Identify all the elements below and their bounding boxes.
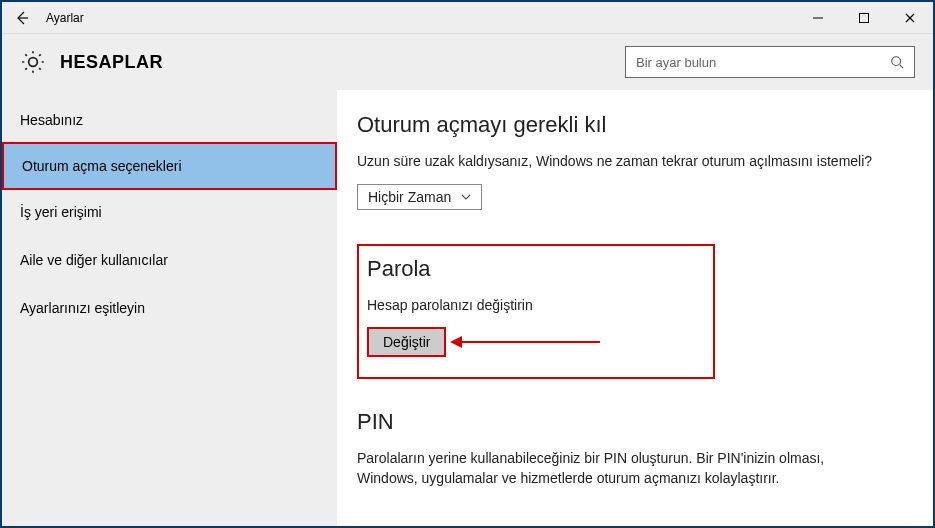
password-heading: Parola (367, 256, 695, 282)
back-button[interactable] (2, 2, 42, 34)
change-password-label: Değiştir (383, 334, 430, 350)
svg-point-1 (892, 57, 901, 66)
sidebar-item-label: Oturum açma seçenekleri (22, 158, 182, 174)
maximize-button[interactable] (841, 2, 887, 34)
page-title: HESAPLAR (60, 52, 163, 73)
minimize-button[interactable] (795, 2, 841, 34)
minimize-icon (812, 12, 824, 24)
sidebar-item-workplace-access[interactable]: İş yeri erişimi (2, 188, 337, 236)
header: HESAPLAR Bir ayar bulun (2, 34, 933, 90)
search-placeholder: Bir ayar bulun (636, 55, 716, 70)
sidebar-item-family-users[interactable]: Aile ve diğer kullanıcılar (2, 236, 337, 284)
require-signin-heading: Oturum açmayı gerekli kıl (357, 112, 905, 138)
require-signin-section: Oturum açmayı gerekli kıl Uzun süre uzak… (357, 112, 905, 210)
content: Oturum açmayı gerekli kıl Uzun süre uzak… (337, 90, 933, 526)
password-section: Parola Hesap parolanızı değiştirin Değiş… (357, 244, 715, 380)
sidebar-item-label: İş yeri erişimi (20, 204, 102, 220)
sidebar: Hesabınız Oturum açma seçenekleri İş yer… (2, 90, 337, 526)
dropdown-value: Hiçbir Zaman (368, 189, 451, 205)
sidebar-item-label: Aile ve diğer kullanıcılar (20, 252, 168, 268)
svg-rect-0 (860, 13, 869, 22)
pin-section: PIN Parolaların yerine kullanabileceğini… (357, 409, 905, 488)
titlebar: Ayarlar (2, 2, 933, 34)
pin-heading: PIN (357, 409, 905, 435)
search-input[interactable]: Bir ayar bulun (625, 46, 915, 78)
annotation-arrow (460, 341, 600, 343)
close-icon (904, 12, 916, 24)
body: Hesabınız Oturum açma seçenekleri İş yer… (2, 90, 933, 526)
window-title: Ayarlar (46, 11, 84, 25)
sidebar-item-label: Hesabınız (20, 112, 83, 128)
sidebar-item-label: Ayarlarınızı eşitleyin (20, 300, 145, 316)
require-signin-description: Uzun süre uzak kaldıysanız, Windows ne z… (357, 152, 905, 172)
arrow-left-icon (14, 10, 30, 26)
sidebar-item-account[interactable]: Hesabınız (2, 96, 337, 144)
change-password-button[interactable]: Değiştir (367, 327, 446, 357)
search-icon (890, 55, 904, 69)
pin-description: Parolaların yerine kullanabileceğiniz bi… (357, 449, 877, 488)
gear-icon (20, 49, 46, 75)
window-controls (795, 2, 933, 34)
close-button[interactable] (887, 2, 933, 34)
require-signin-dropdown[interactable]: Hiçbir Zaman (357, 184, 482, 210)
sidebar-item-sync-settings[interactable]: Ayarlarınızı eşitleyin (2, 284, 337, 332)
maximize-icon (858, 12, 870, 24)
password-description: Hesap parolanızı değiştirin (367, 296, 695, 316)
chevron-down-icon (461, 194, 471, 200)
settings-window: Ayarlar HESAPLAR Bir ayar bulun (0, 0, 935, 528)
sidebar-item-signin-options[interactable]: Oturum açma seçenekleri (2, 142, 337, 190)
